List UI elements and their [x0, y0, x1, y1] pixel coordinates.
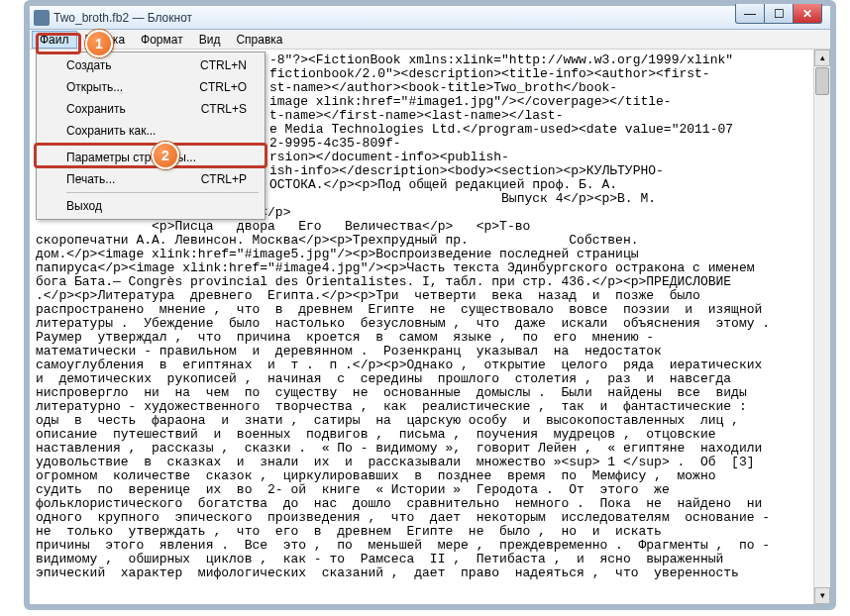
menu-save-as-label: Сохранить как...	[66, 124, 156, 138]
maximize-button[interactable]: ☐	[764, 4, 794, 24]
menu-exit-label: Выход	[66, 199, 102, 213]
callout-2: 2	[152, 142, 179, 169]
window-title: Two_broth.fb2 — Блокнот	[53, 11, 192, 25]
window-controls: — ☐ ✕	[736, 4, 822, 24]
scroll-thumb[interactable]	[815, 67, 829, 95]
vertical-scrollbar[interactable]: ▴ ▾	[813, 50, 830, 604]
file-dropdown: СоздатьCTRL+N Открыть...CTRL+O Сохранить…	[36, 51, 266, 220]
menu-open[interactable]: Открыть...CTRL+O	[39, 76, 263, 98]
close-button[interactable]: ✕	[793, 4, 822, 24]
menu-file[interactable]: Файл	[32, 31, 77, 49]
menu-page-setup[interactable]: Параметры страницы...	[39, 147, 263, 168]
callout-1: 1	[85, 30, 113, 57]
menu-save-as[interactable]: Сохранить как...	[39, 120, 263, 142]
text-block-2: </p><p>ПОВЕСТЬ О ДВУХ БРАТЬЯХ</p> <p>Пис…	[36, 206, 808, 580]
menu-save-shortcut: CTRL+S	[201, 102, 247, 116]
app-icon	[34, 10, 50, 26]
menu-open-label: Открыть...	[66, 80, 123, 94]
menu-separator	[66, 192, 259, 193]
menu-print-shortcut: CTRL+P	[201, 172, 247, 186]
menu-save-label: Сохранить	[66, 102, 126, 116]
menu-open-shortcut: CTRL+O	[199, 80, 247, 94]
menu-help[interactable]: Справка	[228, 31, 290, 49]
text-block-1: -8"?><FictionBook xmlns:xlink="http://ww…	[269, 53, 808, 206]
scroll-up-arrow-icon[interactable]: ▴	[814, 50, 830, 66]
menu-new-label: Создать	[66, 58, 112, 72]
menu-new-shortcut: CTRL+N	[200, 58, 247, 72]
menu-print-label: Печать...	[66, 172, 115, 186]
menu-view[interactable]: Вид	[191, 31, 229, 49]
scroll-down-arrow-icon[interactable]: ▾	[814, 587, 830, 604]
menu-format[interactable]: Формат	[133, 31, 191, 49]
menu-new[interactable]: СоздатьCTRL+N	[39, 54, 263, 76]
menu-save[interactable]: СохранитьCTRL+S	[39, 98, 263, 120]
titlebar: Two_broth.fb2 — Блокнот	[30, 6, 830, 30]
menu-exit[interactable]: Выход	[39, 195, 263, 217]
menu-print[interactable]: Печать...CTRL+P	[39, 168, 263, 190]
menubar: Файл Правка Формат Вид Справка	[30, 30, 830, 50]
minimize-button[interactable]: —	[735, 4, 765, 24]
